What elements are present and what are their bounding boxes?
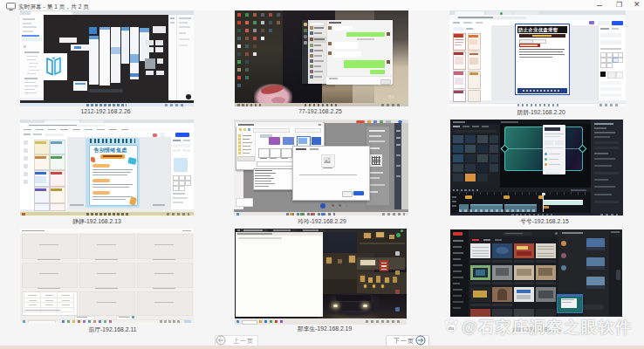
svg-text:du: du: [449, 325, 455, 331]
